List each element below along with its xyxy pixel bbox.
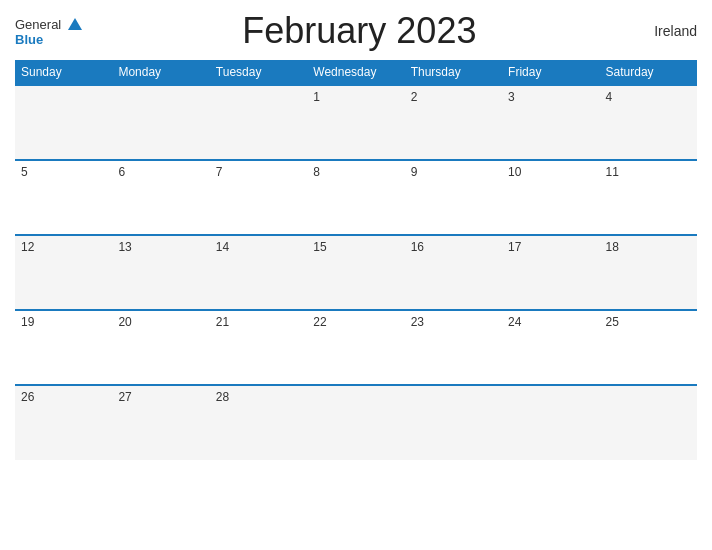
calendar-container: General Blue February 2023 Ireland Sunda… — [0, 0, 712, 550]
day-cell: 1 — [307, 85, 404, 160]
week-row-2: 5 6 7 8 9 10 11 — [15, 160, 697, 235]
week-row-3: 12 13 14 15 16 17 18 — [15, 235, 697, 310]
day-cell: 17 — [502, 235, 599, 310]
logo-general-label: General — [15, 17, 61, 32]
day-cell: 16 — [405, 235, 502, 310]
logo-triangle-icon — [68, 18, 82, 30]
logo: General Blue — [15, 15, 82, 47]
day-cell: 6 — [112, 160, 209, 235]
day-cell: 7 — [210, 160, 307, 235]
day-cell: 15 — [307, 235, 404, 310]
calendar-table: Sunday Monday Tuesday Wednesday Thursday… — [15, 60, 697, 460]
day-cell: 23 — [405, 310, 502, 385]
day-cell — [405, 385, 502, 460]
day-cell: 14 — [210, 235, 307, 310]
day-cell — [502, 385, 599, 460]
header: General Blue February 2023 Ireland — [15, 10, 697, 52]
day-cell: 26 — [15, 385, 112, 460]
col-monday: Monday — [112, 60, 209, 85]
logo-blue-label: Blue — [15, 33, 43, 47]
week-row-4: 19 20 21 22 23 24 25 — [15, 310, 697, 385]
day-cell: 25 — [600, 310, 697, 385]
calendar-body: 1 2 3 4 5 6 7 8 9 10 11 12 13 14 15 16 1… — [15, 85, 697, 460]
day-cell: 20 — [112, 310, 209, 385]
country-label: Ireland — [637, 23, 697, 39]
day-cell: 4 — [600, 85, 697, 160]
day-cell: 13 — [112, 235, 209, 310]
day-cell: 10 — [502, 160, 599, 235]
day-cell — [112, 85, 209, 160]
day-cell: 19 — [15, 310, 112, 385]
days-of-week-row: Sunday Monday Tuesday Wednesday Thursday… — [15, 60, 697, 85]
col-tuesday: Tuesday — [210, 60, 307, 85]
day-cell: 21 — [210, 310, 307, 385]
day-cell: 3 — [502, 85, 599, 160]
logo-general-text: General — [15, 15, 82, 33]
day-cell: 18 — [600, 235, 697, 310]
week-row-1: 1 2 3 4 — [15, 85, 697, 160]
day-cell: 5 — [15, 160, 112, 235]
col-wednesday: Wednesday — [307, 60, 404, 85]
week-row-5: 26 27 28 — [15, 385, 697, 460]
month-title: February 2023 — [82, 10, 637, 52]
day-cell: 24 — [502, 310, 599, 385]
day-cell — [15, 85, 112, 160]
day-cell — [210, 85, 307, 160]
day-cell: 11 — [600, 160, 697, 235]
col-friday: Friday — [502, 60, 599, 85]
day-cell — [307, 385, 404, 460]
col-sunday: Sunday — [15, 60, 112, 85]
calendar-header: Sunday Monday Tuesday Wednesday Thursday… — [15, 60, 697, 85]
day-cell: 2 — [405, 85, 502, 160]
day-cell: 9 — [405, 160, 502, 235]
day-cell: 8 — [307, 160, 404, 235]
col-thursday: Thursday — [405, 60, 502, 85]
day-cell: 27 — [112, 385, 209, 460]
day-cell: 22 — [307, 310, 404, 385]
day-cell: 12 — [15, 235, 112, 310]
day-cell: 28 — [210, 385, 307, 460]
col-saturday: Saturday — [600, 60, 697, 85]
day-cell — [600, 385, 697, 460]
